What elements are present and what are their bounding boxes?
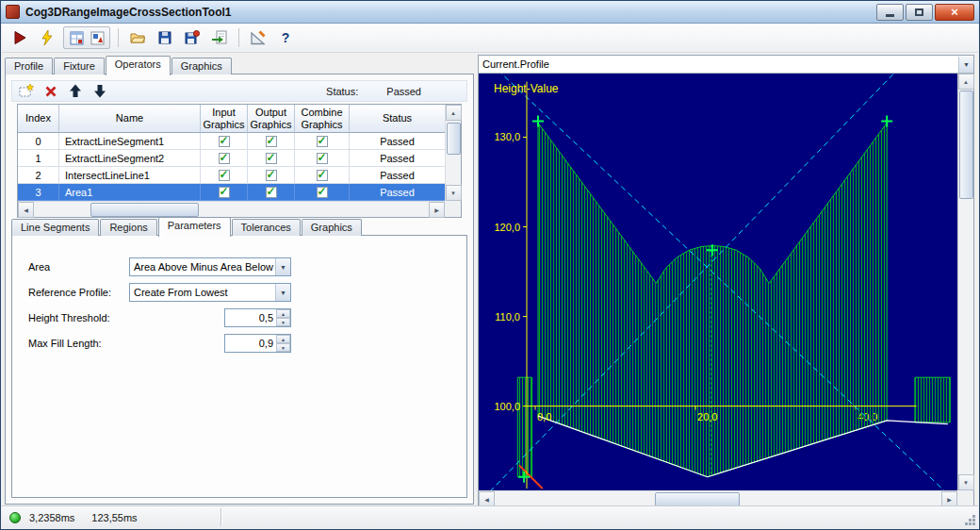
cell-output-graphics [248,167,295,184]
show-image-button[interactable] [88,29,106,46]
cell-status: Passed [350,150,445,167]
operator-row[interactable]: 0 ExtractLineSegment1 Passed [18,133,445,150]
cell-input-graphics [201,184,248,201]
move-up-button[interactable] [65,82,86,101]
tab-profile[interactable]: Profile [5,58,53,75]
combine-graphics-checkbox[interactable] [317,187,328,198]
minimize-button[interactable] [876,4,904,21]
scroll-right-icon[interactable]: ▶ [941,491,957,507]
cell-input-graphics [201,150,248,167]
input-graphics-checkbox[interactable] [219,136,230,147]
delete-operator-button[interactable] [41,82,61,101]
svg-text:110,0: 110,0 [495,311,520,323]
column-header-input-graphics[interactable]: InputGraphics [201,105,248,133]
grid-vertical-scrollbar[interactable]: ▲ ▼ [445,105,461,201]
run-button[interactable] [8,26,31,49]
input-graphics-checkbox[interactable] [219,187,230,198]
scroll-right-icon[interactable]: ▶ [429,202,445,218]
save-record-button[interactable] [181,26,204,49]
tab-regions[interactable]: Regions [100,219,156,236]
import-button[interactable] [208,26,231,49]
chart-horizontal-scrollbar[interactable]: ◀ ▶ [479,490,957,506]
open-button[interactable] [126,26,149,49]
tab-fixture[interactable]: Fixture [54,58,105,75]
scroll-down-icon[interactable]: ▼ [446,185,462,201]
image-window-icon [90,31,105,45]
scroll-left-icon[interactable]: ◀ [479,491,495,507]
spin-up-icon[interactable]: ▲ [276,335,290,343]
column-header-index[interactable]: Index [18,105,59,133]
tab-tolerances[interactable]: Tolerances [232,219,301,236]
spin-down-icon[interactable]: ▼ [276,318,290,326]
max-fill-length-field[interactable] [225,335,276,352]
output-graphics-checkbox[interactable] [266,136,277,147]
svg-text:130,0: 130,0 [494,131,520,142]
cell-combine-graphics [295,167,350,184]
cell-index: 2 [18,167,59,184]
svg-text:120,0: 120,0 [494,222,520,233]
profile-selector[interactable]: Current.Profile ▼ [479,56,973,74]
output-graphics-checkbox[interactable] [266,153,277,164]
column-header-name[interactable]: Name [59,105,201,133]
help-button[interactable]: ? [274,26,297,49]
scrollbar-thumb[interactable] [447,123,461,155]
operator-row[interactable]: 2 IntersectLineLine1 Passed [18,167,445,184]
titlebar[interactable]: Cog3DRangeImageCrossSectionTool1 × [1,1,979,24]
delete-x-icon [44,85,57,98]
tab-operators[interactable]: Operators [106,56,171,75]
operator-row[interactable]: 1 ExtractLineSegment2 Passed [18,150,445,167]
scroll-left-icon[interactable]: ◀ [18,202,34,218]
tab-graphics-sub[interactable]: Graphics [302,219,362,236]
maximize-button[interactable] [906,4,933,21]
run-once-button[interactable] [36,26,58,49]
scrollbar-thumb[interactable] [959,91,973,199]
area-select[interactable]: Area Above Minus Area Below ▼ [129,257,291,276]
reference-profile-select[interactable]: Create From Lowest ▼ [129,283,291,302]
open-folder-icon [130,30,145,45]
save-button[interactable] [154,26,176,49]
scrollbar-thumb[interactable] [655,492,740,506]
tab-line-segments[interactable]: Line Segments [11,219,99,236]
display-toggle-group [63,26,110,49]
column-header-output-graphics[interactable]: OutputGraphics [248,105,295,133]
spin-up-icon[interactable]: ▲ [276,309,290,318]
input-graphics-checkbox[interactable] [219,153,230,164]
chevron-down-icon[interactable]: ▼ [275,284,290,301]
tab-graphics[interactable]: Graphics [172,58,232,75]
svg-text:Height-Value: Height-Value [494,82,559,95]
scroll-down-icon[interactable]: ▼ [958,474,974,490]
add-operator-button[interactable] [16,82,37,101]
show-grid-button[interactable] [67,29,86,46]
spin-down-icon[interactable]: ▼ [276,343,290,352]
cell-index: 0 [18,133,59,150]
chevron-down-icon[interactable]: ▼ [275,258,290,275]
output-graphics-checkbox[interactable] [266,187,277,198]
column-header-status[interactable]: Status [350,105,445,133]
scroll-up-icon[interactable]: ▲ [446,105,462,121]
combine-graphics-checkbox[interactable] [317,153,328,164]
operator-row[interactable]: 3 Area1 Passed [18,184,445,201]
input-graphics-checkbox[interactable] [219,170,230,181]
combine-graphics-checkbox[interactable] [317,170,328,181]
chevron-down-icon[interactable]: ▼ [958,57,973,73]
scroll-up-icon[interactable]: ▲ [958,74,974,90]
status-bar: 3,2358ms 123,55ms [2,505,978,528]
output-graphics-checkbox[interactable] [266,170,277,181]
move-down-button[interactable] [90,82,110,101]
up-arrow-icon [69,84,82,98]
close-button[interactable]: × [935,4,974,21]
cell-name: Area1 [59,184,201,201]
tab-parameters[interactable]: Parameters [158,217,231,237]
height-threshold-label: Height Threshold: [28,312,110,323]
statusbar-separator [220,508,221,526]
grid-horizontal-scrollbar[interactable]: ◀ ▶ [18,201,445,217]
combine-graphics-checkbox[interactable] [317,136,328,147]
column-header-combine-graphics[interactable]: CombineGraphics [295,105,350,133]
setup-button[interactable] [247,26,270,49]
parameters-page: Area Area Above Minus Area Below ▼ Refer… [11,235,467,498]
scrollbar-thumb[interactable] [90,203,199,217]
maximize-icon [915,8,923,16]
chart-vertical-scrollbar[interactable]: ▲ ▼ [957,74,973,490]
height-threshold-field[interactable] [225,309,276,326]
resize-grip[interactable] [964,514,976,526]
